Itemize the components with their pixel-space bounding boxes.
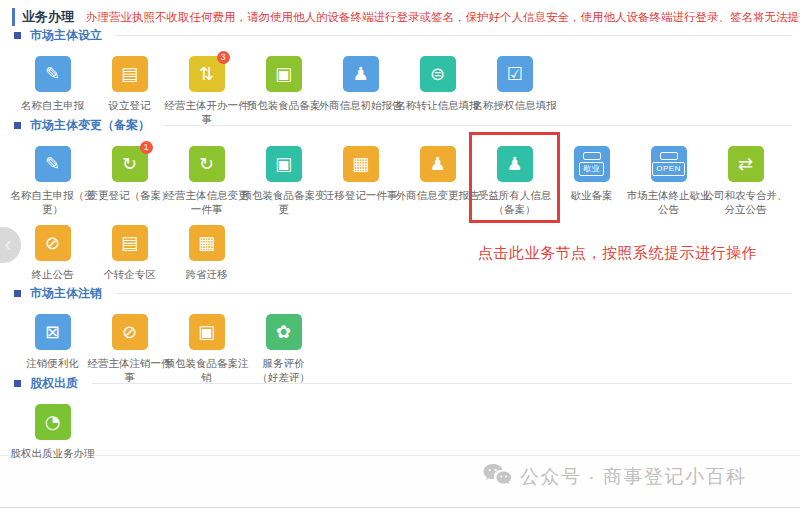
square-bullet-icon xyxy=(14,122,21,129)
icon-glyph: ✎ xyxy=(45,155,60,173)
service-tile[interactable]: ↻1变更登记（备案） xyxy=(91,146,168,217)
closed-sign-icon[interactable]: 歇业 xyxy=(574,146,610,182)
icon-glyph: ⇄ xyxy=(738,155,753,173)
service-tile[interactable]: ⊜名称转让信息填报 xyxy=(399,56,476,127)
icon-glyph: ♟ xyxy=(352,65,368,83)
clipboard-refresh-icon[interactable]: ↻1 xyxy=(112,146,148,182)
icon-glyph: ▣ xyxy=(198,323,215,341)
section-title: 市场主体设立 xyxy=(30,27,102,44)
service-tile[interactable]: ⇅3经营主体开办一件 事 xyxy=(168,56,245,127)
service-tile[interactable]: ▦跨省迁移 xyxy=(168,225,245,282)
wechat-icon xyxy=(482,463,512,491)
section-header: 股权出质 xyxy=(14,376,792,390)
red-instruction-annotation: 点击此业务节点，按照系统提示进行操作 xyxy=(478,244,757,263)
service-tile[interactable]: ☑名称授权信息填报 xyxy=(476,56,553,127)
square-bullet-icon xyxy=(14,380,21,387)
section-deregistration: 市场主体注销 ⊠注销便利化⊘经营主体注销一件 事▣预包装食品备案注 销✿服务评价… xyxy=(14,286,792,385)
shield-check-icon[interactable]: ☑ xyxy=(497,56,533,92)
clipboard-pencil-icon[interactable]: ✎ xyxy=(35,56,71,92)
icon-inner-label: 歇业 xyxy=(579,162,604,176)
page-title: 业务办理 xyxy=(12,8,74,26)
terminate-notice-icon[interactable]: ⊘ xyxy=(35,225,71,261)
icon-glyph: ▤ xyxy=(121,234,138,252)
service-tile[interactable]: ⊘终止公告 xyxy=(14,225,91,282)
service-tile[interactable]: ▦迁移登记一件事 xyxy=(322,146,399,217)
transfer-list-icon[interactable]: ⊜ xyxy=(420,56,456,92)
page-header: 业务办理 办理营业执照不收取任何费用，请勿使用他人的设备终端进行登录或签名，保护… xyxy=(12,8,792,26)
service-rating-flower-icon[interactable]: ✿ xyxy=(266,314,302,350)
person-card-icon[interactable]: ♟ xyxy=(497,146,533,182)
watermark: 公众号 · 商事登记小百科 xyxy=(482,463,746,491)
icon-inner-label: OPEN xyxy=(652,162,685,176)
icon-glyph: ▦ xyxy=(198,234,215,252)
sign-board-shape xyxy=(583,152,601,160)
person-icon[interactable]: ♟ xyxy=(343,56,379,92)
compress-arrows-icon[interactable]: ⇅3 xyxy=(189,56,225,92)
icon-glyph: ☑ xyxy=(506,65,522,83)
service-tile[interactable]: ✎名称自主申报（变 更） xyxy=(14,146,91,217)
divider-line xyxy=(92,383,792,384)
service-tile[interactable]: OPEN市场主体终止歇业 公告 xyxy=(630,146,707,217)
service-tile[interactable]: ♟外商信息变更报告 xyxy=(399,146,476,217)
package-icon[interactable]: ▣ xyxy=(266,56,302,92)
icon-glyph: ▣ xyxy=(275,65,292,83)
icon-glyph: ↻ xyxy=(122,155,137,173)
service-tile[interactable]: ◔股权出质业务办理 xyxy=(14,404,91,461)
service-tile-label: 公司和农专合并、 分立公告 xyxy=(700,189,792,217)
service-tile[interactable]: ⇄公司和农专合并、 分立公告 xyxy=(707,146,784,217)
clipboard-icon[interactable]: ▤ xyxy=(112,225,148,261)
fee-warning-text: 办理营业执照不收取任何费用，请勿使用他人的设备终端进行登录或签名，保护好个人信息… xyxy=(86,10,800,25)
chevron-left-icon: ‹ xyxy=(4,232,11,258)
service-tile[interactable]: ♟受益所有人信息 （备案） xyxy=(476,146,553,217)
business-portal-page: 业务办理 办理营业执照不收取任何费用，请勿使用他人的设备终端进行登录或签名，保护… xyxy=(0,0,800,507)
section-title: 市场主体变更（备案） xyxy=(30,117,150,134)
icon-glyph: ⊠ xyxy=(45,323,60,341)
service-tile[interactable]: ▣预包装食品备案变 更 xyxy=(245,146,322,217)
icon-glyph: ✎ xyxy=(45,65,60,83)
icon-glyph: ▦ xyxy=(352,155,369,173)
service-tile[interactable]: ▣预包装食品备案注 销 xyxy=(168,314,245,385)
sign-board-shape xyxy=(660,152,678,160)
service-tile[interactable]: ♟外商信息初始报告 xyxy=(322,56,399,127)
qr-cancel-icon[interactable]: ⊠ xyxy=(35,314,71,350)
clipboard-icon[interactable]: ▤ xyxy=(112,56,148,92)
icon-glyph: ⊘ xyxy=(122,323,137,341)
section-title: 市场主体注销 xyxy=(30,285,102,302)
merge-split-icon[interactable]: ⇄ xyxy=(728,146,764,182)
section-establishment: 市场主体设立 ✎名称自主申报▤设立登记⇅3经营主体开办一件 事▣预包装食品备案♟… xyxy=(14,28,792,127)
package-refresh-icon[interactable]: ▣ xyxy=(266,146,302,182)
clipboard-pencil-icon[interactable]: ✎ xyxy=(35,146,71,182)
clipboard-refresh-icon[interactable]: ↻ xyxy=(189,146,225,182)
watermark-text: 公众号 · 商事登记小百科 xyxy=(520,464,746,490)
divider-line xyxy=(116,35,792,36)
service-tile[interactable]: ✿服务评价 （好差评） xyxy=(245,314,322,385)
pie-chart-icon[interactable]: ◔ xyxy=(35,404,71,440)
icon-glyph: ▤ xyxy=(121,65,138,83)
service-tile[interactable]: ▤个转企专区 xyxy=(91,225,168,282)
service-tile[interactable]: ▣预包装食品备案 xyxy=(245,56,322,127)
person-icon[interactable]: ♟ xyxy=(420,146,456,182)
icon-glyph: ◔ xyxy=(45,413,61,431)
notification-badge: 1 xyxy=(140,141,153,154)
doc-cancel-icon[interactable]: ⊘ xyxy=(112,314,148,350)
service-tile-label: 股权出质业务办理 xyxy=(7,447,99,461)
package-cancel-icon[interactable]: ▣ xyxy=(189,314,225,350)
section-header: 市场主体变更（备案） xyxy=(14,118,792,132)
icon-glyph: ⊘ xyxy=(45,234,60,252)
tile-grid: ◔股权出质业务办理 xyxy=(14,396,792,461)
icon-glyph: ♟ xyxy=(429,155,445,173)
divider-line xyxy=(116,293,792,294)
service-tile-label: 名称授权信息填报 xyxy=(469,99,561,113)
section-header: 市场主体注销 xyxy=(14,286,792,300)
icon-glyph: ✿ xyxy=(276,323,291,341)
section-equity-pledge: 股权出质 ◔股权出质业务办理 xyxy=(14,376,792,461)
section-header: 市场主体设立 xyxy=(14,28,792,42)
calendar-arrow-icon[interactable]: ▦ xyxy=(343,146,379,182)
service-tile[interactable]: ⊘经营主体注销一件 事 xyxy=(91,314,168,385)
open-sign-icon[interactable]: OPEN xyxy=(651,146,687,182)
icon-glyph: ⇅ xyxy=(199,65,214,83)
cross-province-calendar-icon[interactable]: ▦ xyxy=(189,225,225,261)
service-tile[interactable]: ↻经营主体信息变更 一件事 xyxy=(168,146,245,217)
service-tile[interactable]: 歇业歇业备案 xyxy=(553,146,630,217)
tile-grid: ⊠注销便利化⊘经营主体注销一件 事▣预包装食品备案注 销✿服务评价 （好差评） xyxy=(14,306,792,385)
